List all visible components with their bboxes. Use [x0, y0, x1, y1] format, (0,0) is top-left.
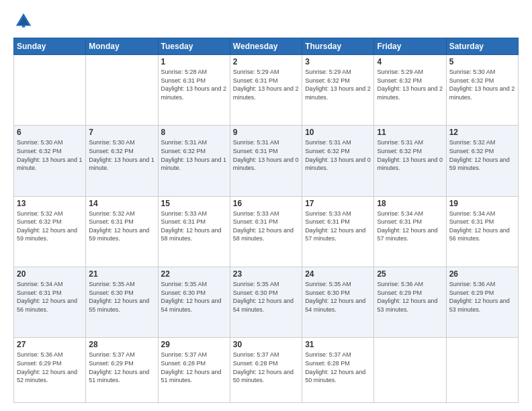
calendar-cell: 8Sunrise: 5:31 AMSunset: 6:32 PMDaylight… — [158, 126, 230, 196]
day-number: 31 — [305, 340, 371, 349]
day-number: 28 — [89, 340, 154, 349]
day-info: Sunrise: 5:29 AMSunset: 6:32 PMDaylight:… — [377, 68, 443, 101]
calendar-cell: 7Sunrise: 5:30 AMSunset: 6:32 PMDaylight… — [86, 126, 158, 196]
day-number: 1 — [161, 57, 227, 66]
calendar-cell: 31Sunrise: 5:37 AMSunset: 6:28 PMDayligh… — [302, 338, 374, 403]
calendar-cell: 20Sunrise: 5:34 AMSunset: 6:31 PMDayligh… — [14, 267, 86, 338]
day-info: Sunrise: 5:34 AMSunset: 6:31 PMDaylight:… — [449, 210, 515, 243]
day-info: Sunrise: 5:31 AMSunset: 6:32 PMDaylight:… — [305, 138, 371, 172]
day-number: 6 — [17, 128, 83, 137]
weekday-header-thursday: Thursday — [302, 38, 374, 55]
calendar-cell: 28Sunrise: 5:37 AMSunset: 6:29 PMDayligh… — [86, 338, 158, 403]
calendar: SundayMondayTuesdayWednesdayThursdayFrid… — [13, 38, 519, 403]
page: SundayMondayTuesdayWednesdayThursdayFrid… — [0, 0, 532, 411]
week-row-1: 6Sunrise: 5:30 AMSunset: 6:32 PMDaylight… — [14, 126, 519, 196]
day-info: Sunrise: 5:35 AMSunset: 6:30 PMDaylight:… — [161, 280, 227, 314]
day-number: 11 — [377, 128, 443, 137]
day-info: Sunrise: 5:33 AMSunset: 6:31 PMDaylight:… — [233, 210, 299, 243]
weekday-header-sunday: Sunday — [14, 38, 86, 55]
calendar-cell: 12Sunrise: 5:32 AMSunset: 6:32 PMDayligh… — [446, 126, 518, 196]
day-number: 21 — [89, 269, 154, 279]
calendar-cell: 15Sunrise: 5:33 AMSunset: 6:31 PMDayligh… — [158, 196, 230, 267]
logo — [13, 11, 36, 31]
day-number: 4 — [377, 57, 443, 66]
calendar-cell: 2Sunrise: 5:29 AMSunset: 6:31 PMDaylight… — [230, 55, 302, 126]
week-row-3: 20Sunrise: 5:34 AMSunset: 6:31 PMDayligh… — [14, 267, 519, 338]
calendar-cell: 1Sunrise: 5:28 AMSunset: 6:31 PMDaylight… — [158, 55, 230, 126]
calendar-cell: 9Sunrise: 5:31 AMSunset: 6:31 PMDaylight… — [230, 126, 302, 196]
calendar-cell: 30Sunrise: 5:37 AMSunset: 6:28 PMDayligh… — [230, 338, 302, 403]
logo-icon — [13, 11, 34, 31]
day-info: Sunrise: 5:30 AMSunset: 6:32 PMDaylight:… — [17, 138, 83, 172]
day-info: Sunrise: 5:31 AMSunset: 6:32 PMDaylight:… — [377, 138, 443, 172]
day-info: Sunrise: 5:35 AMSunset: 6:30 PMDaylight:… — [89, 280, 154, 314]
calendar-cell — [86, 55, 158, 126]
calendar-cell — [374, 338, 446, 403]
day-info: Sunrise: 5:33 AMSunset: 6:31 PMDaylight:… — [305, 210, 371, 243]
day-number: 25 — [377, 269, 443, 279]
calendar-cell: 10Sunrise: 5:31 AMSunset: 6:32 PMDayligh… — [302, 126, 374, 196]
day-number: 20 — [17, 269, 83, 279]
week-row-0: 1Sunrise: 5:28 AMSunset: 6:31 PMDaylight… — [14, 55, 519, 126]
day-number: 17 — [305, 199, 371, 208]
day-number: 8 — [161, 128, 227, 137]
day-info: Sunrise: 5:28 AMSunset: 6:31 PMDaylight:… — [161, 68, 227, 101]
day-number: 2 — [233, 57, 299, 66]
calendar-cell — [14, 55, 86, 126]
header — [13, 11, 519, 31]
day-info: Sunrise: 5:33 AMSunset: 6:31 PMDaylight:… — [161, 210, 227, 243]
calendar-cell: 4Sunrise: 5:29 AMSunset: 6:32 PMDaylight… — [374, 55, 446, 126]
day-info: Sunrise: 5:30 AMSunset: 6:32 PMDaylight:… — [89, 138, 154, 172]
day-number: 24 — [305, 269, 371, 279]
day-number: 12 — [449, 128, 515, 137]
calendar-cell: 13Sunrise: 5:32 AMSunset: 6:32 PMDayligh… — [14, 196, 86, 267]
day-number: 10 — [305, 128, 371, 137]
weekday-header-saturday: Saturday — [446, 38, 518, 55]
day-info: Sunrise: 5:31 AMSunset: 6:32 PMDaylight:… — [161, 138, 227, 172]
day-info: Sunrise: 5:35 AMSunset: 6:30 PMDaylight:… — [233, 280, 299, 314]
weekday-header-friday: Friday — [374, 38, 446, 55]
day-number: 9 — [233, 128, 299, 137]
day-info: Sunrise: 5:37 AMSunset: 6:28 PMDaylight:… — [161, 351, 227, 384]
day-info: Sunrise: 5:31 AMSunset: 6:31 PMDaylight:… — [233, 138, 299, 172]
day-number: 13 — [17, 199, 83, 208]
calendar-cell: 25Sunrise: 5:36 AMSunset: 6:29 PMDayligh… — [374, 267, 446, 338]
day-number: 14 — [89, 199, 154, 208]
day-info: Sunrise: 5:32 AMSunset: 6:32 PMDaylight:… — [17, 210, 83, 243]
day-number: 26 — [449, 269, 515, 279]
day-info: Sunrise: 5:29 AMSunset: 6:31 PMDaylight:… — [233, 68, 299, 101]
svg-rect-2 — [22, 25, 26, 28]
calendar-cell: 18Sunrise: 5:34 AMSunset: 6:31 PMDayligh… — [374, 196, 446, 267]
calendar-cell: 23Sunrise: 5:35 AMSunset: 6:30 PMDayligh… — [230, 267, 302, 338]
day-info: Sunrise: 5:37 AMSunset: 6:28 PMDaylight:… — [305, 351, 371, 384]
day-info: Sunrise: 5:36 AMSunset: 6:29 PMDaylight:… — [449, 280, 515, 314]
week-row-4: 27Sunrise: 5:36 AMSunset: 6:29 PMDayligh… — [14, 338, 519, 403]
weekday-header-wednesday: Wednesday — [230, 38, 302, 55]
day-info: Sunrise: 5:32 AMSunset: 6:32 PMDaylight:… — [449, 138, 515, 172]
calendar-cell: 21Sunrise: 5:35 AMSunset: 6:30 PMDayligh… — [86, 267, 158, 338]
day-number: 15 — [161, 199, 227, 208]
calendar-cell: 17Sunrise: 5:33 AMSunset: 6:31 PMDayligh… — [302, 196, 374, 267]
calendar-cell: 29Sunrise: 5:37 AMSunset: 6:28 PMDayligh… — [158, 338, 230, 403]
week-row-2: 13Sunrise: 5:32 AMSunset: 6:32 PMDayligh… — [14, 196, 519, 267]
calendar-cell: 5Sunrise: 5:30 AMSunset: 6:32 PMDaylight… — [446, 55, 518, 126]
calendar-cell: 11Sunrise: 5:31 AMSunset: 6:32 PMDayligh… — [374, 126, 446, 196]
day-info: Sunrise: 5:35 AMSunset: 6:30 PMDaylight:… — [305, 280, 371, 314]
day-info: Sunrise: 5:34 AMSunset: 6:31 PMDaylight:… — [17, 280, 83, 314]
day-number: 23 — [233, 269, 299, 279]
weekday-header-row: SundayMondayTuesdayWednesdayThursdayFrid… — [14, 38, 519, 55]
weekday-header-monday: Monday — [86, 38, 158, 55]
day-info: Sunrise: 5:37 AMSunset: 6:29 PMDaylight:… — [89, 351, 154, 384]
day-info: Sunrise: 5:29 AMSunset: 6:32 PMDaylight:… — [305, 68, 371, 101]
calendar-cell: 14Sunrise: 5:32 AMSunset: 6:31 PMDayligh… — [86, 196, 158, 267]
calendar-cell: 26Sunrise: 5:36 AMSunset: 6:29 PMDayligh… — [446, 267, 518, 338]
calendar-cell: 3Sunrise: 5:29 AMSunset: 6:32 PMDaylight… — [302, 55, 374, 126]
day-number: 19 — [449, 199, 515, 208]
day-number: 7 — [89, 128, 154, 137]
day-info: Sunrise: 5:30 AMSunset: 6:32 PMDaylight:… — [449, 68, 515, 101]
calendar-cell — [446, 338, 518, 403]
day-number: 3 — [305, 57, 371, 66]
day-number: 18 — [377, 199, 443, 208]
calendar-cell: 27Sunrise: 5:36 AMSunset: 6:29 PMDayligh… — [14, 338, 86, 403]
day-number: 27 — [17, 340, 83, 349]
